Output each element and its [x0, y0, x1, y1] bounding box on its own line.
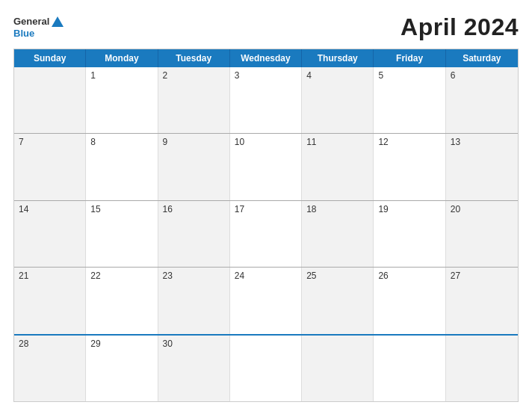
day-number: 20: [451, 204, 460, 214]
day-number: 28: [19, 339, 28, 349]
day-number: 4: [306, 70, 312, 81]
day-number: 30: [163, 339, 173, 349]
calendar-day[interactable]: 3: [230, 67, 302, 133]
calendar-day[interactable]: 1: [86, 67, 158, 133]
day-number: 12: [378, 137, 388, 147]
calendar-header-row: SundayMondayTuesdayWednesdayThursdayFrid…: [14, 49, 518, 67]
day-number: 25: [306, 271, 316, 281]
logo-triangle-icon: [51, 15, 64, 28]
calendar-day[interactable]: 15: [86, 201, 158, 267]
calendar-day[interactable]: 12: [374, 134, 445, 200]
calendar-day[interactable]: 16: [158, 201, 230, 267]
day-number: 24: [235, 271, 244, 281]
day-number: 16: [163, 204, 173, 214]
calendar-day[interactable]: 10: [230, 134, 302, 200]
calendar-week-5: 282930: [14, 334, 518, 401]
calendar-day[interactable]: 26: [374, 268, 445, 333]
calendar-day[interactable]: 28: [14, 336, 86, 401]
header-cell-thursday: Thursday: [302, 49, 374, 67]
calendar-day[interactable]: 6: [446, 67, 518, 133]
calendar-day[interactable]: 23: [158, 268, 230, 333]
calendar-day[interactable]: 7: [14, 134, 86, 200]
logo-general-text: General: [13, 16, 49, 27]
day-number: 19: [378, 204, 388, 214]
calendar-day[interactable]: [302, 336, 374, 401]
day-number: 21: [19, 271, 28, 281]
calendar-day[interactable]: 9: [158, 134, 230, 200]
header: General Blue April 2024: [13, 13, 519, 41]
day-number: 8: [90, 137, 96, 147]
day-number: 5: [378, 70, 383, 81]
calendar-week-3: 14151617181920: [14, 200, 518, 267]
calendar-day[interactable]: 30: [158, 336, 230, 401]
day-number: 14: [19, 204, 28, 214]
header-cell-wednesday: Wednesday: [230, 49, 302, 67]
calendar-day[interactable]: [446, 336, 518, 401]
day-number: 27: [451, 271, 460, 281]
header-cell-friday: Friday: [374, 49, 445, 67]
calendar-week-2: 78910111213: [14, 133, 518, 200]
calendar-day[interactable]: 14: [14, 201, 86, 267]
day-number: 13: [451, 137, 460, 147]
day-number: 10: [235, 137, 244, 147]
day-number: 9: [163, 137, 168, 147]
day-number: 2: [163, 70, 168, 81]
calendar-day[interactable]: 8: [86, 134, 158, 200]
calendar-day[interactable]: 29: [86, 336, 158, 401]
calendar-week-4: 21222324252627: [14, 267, 518, 333]
calendar-day[interactable]: 11: [302, 134, 374, 200]
logo: General Blue: [13, 15, 64, 39]
calendar-day[interactable]: [14, 67, 86, 133]
day-number: 22: [90, 271, 100, 281]
calendar-day[interactable]: 4: [302, 67, 374, 133]
calendar-day[interactable]: 27: [446, 268, 518, 333]
page: General Blue April 2024 SundayMondayTues…: [0, 0, 532, 411]
day-number: 18: [306, 204, 316, 214]
logo-blue-text: Blue: [13, 28, 34, 39]
calendar-day[interactable]: 20: [446, 201, 518, 267]
calendar-day[interactable]: 19: [374, 201, 445, 267]
calendar-title: April 2024: [400, 13, 519, 41]
calendar-day[interactable]: 2: [158, 67, 230, 133]
header-cell-sunday: Sunday: [14, 49, 86, 67]
calendar-day[interactable]: 5: [374, 67, 445, 133]
day-number: 23: [163, 271, 173, 281]
calendar-day[interactable]: 25: [302, 268, 374, 333]
day-number: 3: [235, 70, 240, 81]
day-number: 29: [90, 339, 100, 349]
day-number: 15: [90, 204, 100, 214]
day-number: 17: [235, 204, 244, 214]
calendar-day[interactable]: [374, 336, 445, 401]
calendar: SundayMondayTuesdayWednesdayThursdayFrid…: [13, 49, 519, 402]
calendar-day[interactable]: 21: [14, 268, 86, 333]
header-cell-monday: Monday: [86, 49, 158, 67]
calendar-day[interactable]: 22: [86, 268, 158, 333]
day-number: 6: [451, 70, 456, 81]
day-number: 11: [306, 137, 316, 147]
calendar-week-1: 123456: [14, 67, 518, 133]
calendar-day[interactable]: 13: [446, 134, 518, 200]
day-number: 1: [90, 70, 96, 81]
calendar-day[interactable]: [230, 336, 302, 401]
calendar-day[interactable]: 18: [302, 201, 374, 267]
calendar-body: 1234567891011121314151617181920212223242…: [14, 67, 518, 401]
header-cell-saturday: Saturday: [446, 49, 518, 67]
calendar-day[interactable]: 24: [230, 268, 302, 333]
day-number: 26: [378, 271, 388, 281]
calendar-day[interactable]: 17: [230, 201, 302, 267]
svg-marker-0: [52, 16, 64, 27]
day-number: 7: [19, 137, 24, 147]
header-cell-tuesday: Tuesday: [158, 49, 230, 67]
